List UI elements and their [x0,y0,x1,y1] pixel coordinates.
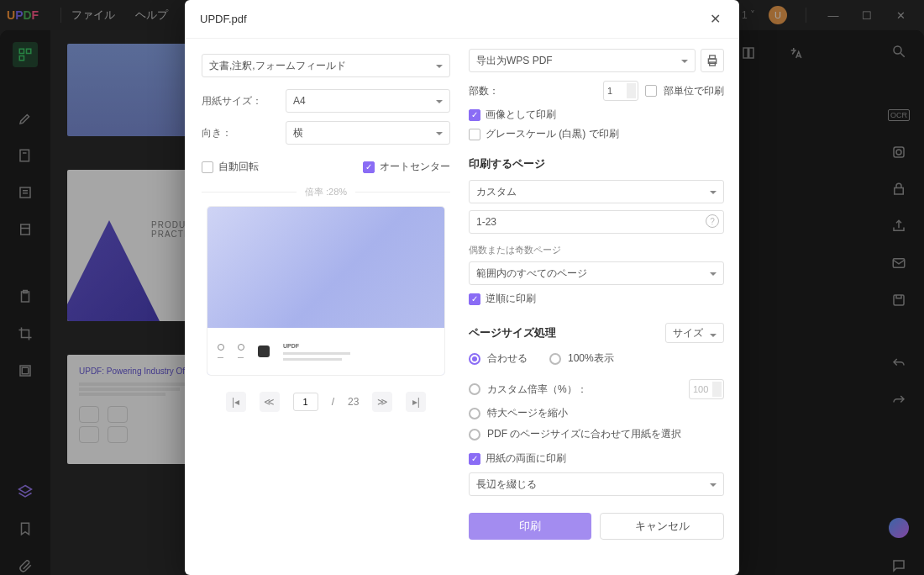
full100-radio[interactable] [549,353,561,365]
orientation-select[interactable]: 横 [286,121,450,145]
pager-first[interactable]: |◂ [226,392,246,412]
collate-checkbox[interactable] [645,85,657,97]
svg-rect-22 [710,55,716,59]
pager-next[interactable]: ≫ [372,392,392,412]
preview-pager: |◂ ≪ / 23 ≫ ▸| [202,392,450,412]
cancel-button[interactable]: キャンセル [600,513,724,540]
modal-title: UPDF.pdf [200,13,247,25]
size-mode-select[interactable]: サイズ [665,323,724,343]
fit-radio[interactable] [469,353,480,365]
close-icon[interactable]: ✕ [706,10,724,29]
custom-scale-input[interactable]: 100 [689,379,724,399]
shrink-radio[interactable] [469,408,480,419]
print-content-select[interactable]: 文書,注釈,フォームフィールド [202,54,450,77]
grayscale-checkbox[interactable] [469,129,480,140]
pager-current-input[interactable] [293,393,318,411]
pager-total: 23 [348,396,359,408]
print-as-image-checkbox[interactable] [469,109,480,121]
choose-paper-radio[interactable] [469,429,480,440]
choose-paper-label: PDF のページサイズに合わせて用紙を選択 [487,427,681,441]
duplex-label: 用紙の両面に印刷 [486,451,566,466]
size-section-title: ページサイズ処理 [469,325,556,340]
pager-last[interactable]: ▸| [406,392,426,412]
paper-size-label: 用紙サイズ： [202,94,286,108]
auto-center-label: オートセンター [380,160,450,174]
pager-sep: / [332,396,334,408]
full100-label: 100%表示 [568,351,614,366]
pages-mode-select[interactable]: カスタム [469,180,724,203]
paper-size-select[interactable]: A4 [286,89,450,113]
reverse-label: 逆順に印刷 [486,292,536,306]
hint-arrow [462,372,467,414]
print-preview: — — UPDF [207,207,444,375]
auto-rotate-checkbox[interactable] [202,161,213,173]
info-icon[interactable]: ? [706,214,719,228]
custom-scale-label: カスタム倍率（%）： [487,382,682,397]
auto-rotate-label: 自動回転 [218,160,259,174]
shrink-label: 特大ページを縮小 [487,406,568,420]
custom-scale-radio[interactable] [469,383,480,395]
duplex-checkbox[interactable] [469,453,480,465]
pager-prev[interactable]: ≪ [260,392,280,412]
print-as-image-label: 画像として印刷 [486,108,556,122]
grayscale-label: グレースケール (白黒) で印刷 [486,127,619,141]
print-button[interactable]: 印刷 [469,513,591,540]
printer-select[interactable]: 导出为WPS PDF [469,49,696,72]
orientation-label: 向き： [202,126,286,140]
print-left-panel: 文書,注釈,フォームフィールド 用紙サイズ： A4 向き： 横 自動回転 オート… [185,39,462,575]
auto-center-checkbox[interactable] [363,161,375,173]
binding-select[interactable]: 長辺を綴じる [469,472,724,496]
odd-even-label: 偶数または奇数ページ [469,244,724,256]
print-dialog: UPDF.pdf ✕ 文書,注釈,フォームフィールド 用紙サイズ： A4 向き：… [185,0,739,575]
odd-even-select[interactable]: 範囲内のすべてのページ [469,261,724,285]
collate-label: 部単位で印刷 [664,84,724,98]
pages-section-title: 印刷するページ [469,156,724,171]
copies-input[interactable]: 1 [603,81,638,101]
zoom-label: 倍率 :28% [297,186,355,198]
copies-label: 部数： [469,84,596,98]
printer-icon[interactable] [701,49,724,72]
modal-header: UPDF.pdf ✕ [185,0,739,39]
page-range-input[interactable] [469,210,724,234]
reverse-checkbox[interactable] [469,293,480,305]
fit-label: 合わせる [487,351,528,366]
print-right-panel: 导出为WPS PDF 部数： 1 部単位で印刷 画像として印刷 グレースケール … [462,39,739,575]
